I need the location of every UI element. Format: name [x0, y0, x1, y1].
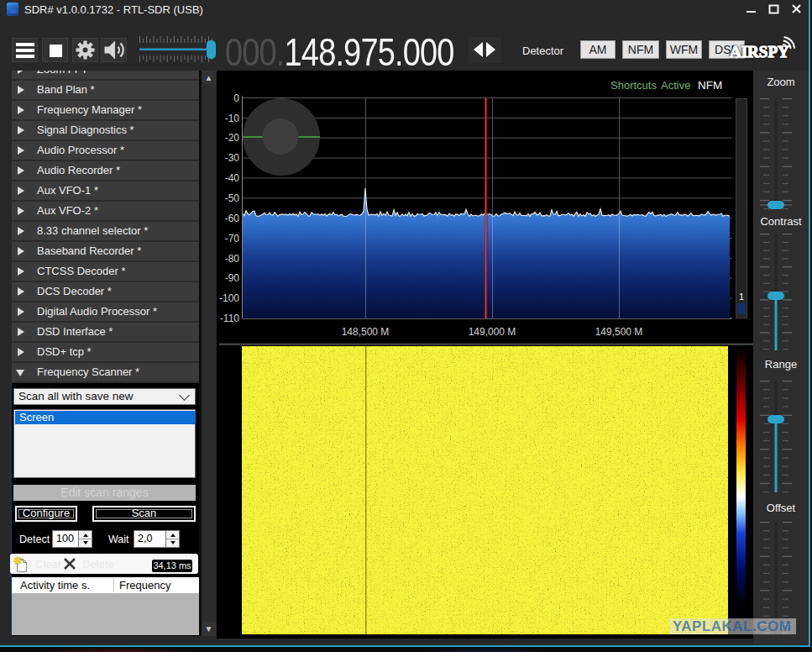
svg-text:-80: -80	[225, 253, 240, 265]
svg-text:0: 0	[233, 92, 239, 104]
svg-text:-60: -60	[225, 213, 240, 224]
svg-text:-100: -100	[219, 292, 239, 304]
svg-text:-30: -30	[225, 152, 240, 164]
svg-text:-70: -70	[225, 233, 240, 244]
svg-text:-40: -40	[225, 172, 240, 184]
svg-text:-50: -50	[225, 192, 240, 204]
svg-text:1: 1	[739, 292, 744, 302]
svg-text:-90: -90	[225, 272, 240, 284]
svg-text:-110: -110	[220, 313, 239, 324]
svg-text:-10: -10	[225, 113, 240, 124]
svg-text:-20: -20	[225, 132, 240, 144]
svg-text:NFM: NFM	[698, 79, 722, 92]
svg-text:149,500 M: 149,500 M	[595, 326, 643, 338]
svg-text:Active: Active	[661, 79, 690, 92]
svg-text:Shortcuts: Shortcuts	[610, 79, 657, 92]
svg-text:149,000 M: 149,000 M	[469, 326, 516, 338]
svg-text:148,500 M: 148,500 M	[342, 326, 390, 338]
